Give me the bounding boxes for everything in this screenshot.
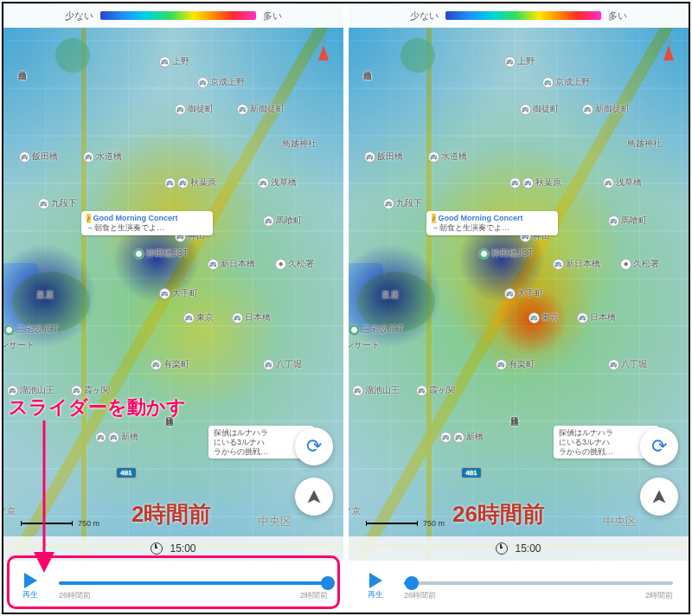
poi-label: ノ京: [349, 505, 361, 517]
legend-less-label: 少ない: [65, 10, 93, 22]
refresh-button[interactable]: ⟳: [295, 427, 333, 465]
density-legend: 少ない多い: [349, 3, 689, 28]
poi-station[interactable]: 🚌有楽町: [151, 358, 189, 370]
poi-station[interactable]: 🚌九段下: [383, 197, 422, 209]
poi-station[interactable]: 🚌🚌新橋: [95, 431, 138, 443]
poi-station[interactable]: 🚌八丁堀: [608, 358, 647, 370]
slider-tick-end: 2時間前: [645, 590, 673, 601]
time-indicator: 15:00: [349, 536, 689, 561]
poi-label: 日比谷通り: [508, 410, 520, 420]
poi-station-tokyo[interactable]: 🚌東京: [529, 311, 559, 324]
poi-label: ◆久松署: [275, 258, 314, 270]
map-scale: 750 m: [366, 519, 445, 528]
slider-knob[interactable]: [321, 576, 335, 590]
poi-station[interactable]: 🚌有楽町: [496, 358, 535, 370]
poi-station[interactable]: 🚌新日本橋: [208, 258, 255, 270]
poi-station[interactable]: 🚌🚌秋葉原: [509, 176, 561, 189]
poi-label: 皇居: [36, 289, 54, 301]
play-label: 再生: [22, 589, 38, 600]
slider-tick-end: 2時間前: [300, 590, 328, 601]
poi-station[interactable]: 🚌馬喰町: [263, 215, 302, 227]
annotation-slider-hint: スライダーを動かす: [9, 395, 186, 420]
slider-tick-start: 26時間前: [404, 590, 436, 601]
poi-label: 白山通り: [16, 64, 28, 74]
slider-knob[interactable]: [405, 576, 419, 590]
ward-label: 中央区: [603, 514, 637, 529]
poi-station-ueno[interactable]: 🚌上野: [159, 55, 189, 67]
route-shield: 481: [461, 467, 482, 478]
poi-station[interactable]: 🚌大手町: [159, 287, 198, 299]
poi-station[interactable]: 🚌九段下: [38, 197, 77, 209]
poi-station[interactable]: 🚌飯田橋: [19, 151, 58, 163]
poi-label: ノ京: [3, 505, 16, 517]
annotation-time-right: 26時間前: [452, 499, 545, 529]
poi-junction: ⬣三宅坂JCT: [349, 324, 403, 336]
play-button[interactable]: [24, 573, 37, 588]
poi-station[interactable]: 🚌🚌新橋: [440, 431, 484, 443]
slider-tick-start: 26時間前: [59, 590, 91, 601]
compass-icon[interactable]: N: [657, 36, 680, 66]
poi-station[interactable]: 🚌水道橋: [83, 151, 122, 163]
poi-station[interactable]: 🚌馬喰町: [608, 215, 647, 227]
poi-label: 鳥越神社: [282, 138, 317, 150]
clock-icon: [151, 542, 163, 555]
poi-station[interactable]: 🚌日本橋: [232, 311, 271, 324]
locate-button[interactable]: [295, 478, 333, 516]
poi-junction: ⬣三宅坂JCT: [3, 324, 58, 336]
density-legend: 少ない 多い: [3, 3, 343, 28]
event-card[interactable]: ♪ Good Morning Concert ～朝食と生演奏でよ…: [81, 211, 213, 235]
poi-station[interactable]: 🚌日本橋: [577, 311, 616, 324]
poi-station[interactable]: 🚌京成上野: [197, 76, 245, 88]
poi-station[interactable]: 🚌飯田橋: [364, 151, 403, 163]
poi-station[interactable]: 🚌霞ヶ関: [416, 384, 455, 396]
time-slider[interactable]: [59, 581, 328, 585]
legend-gradient: [100, 11, 256, 20]
time-slider[interactable]: [404, 581, 673, 585]
poi-station[interactable]: 🚌浅草橋: [258, 176, 297, 189]
ward-label: 中央区: [258, 514, 292, 529]
poi-junction: ⬣神田橋JCT: [478, 247, 533, 260]
poi-junction: ⬣神田橋JCT: [133, 247, 188, 260]
poi-station[interactable]: 🚌京成上野: [542, 76, 590, 88]
poi-label: 鳥越神社: [627, 138, 662, 150]
event-card[interactable]: ♪ Good Morning Concert ～朝食と生演奏でよ…: [426, 211, 558, 235]
poi-station[interactable]: 🚌御徒町: [175, 103, 214, 115]
poi-station[interactable]: 🚌浅草橋: [603, 176, 642, 189]
route-shield: 481: [116, 467, 137, 478]
legend-more-label: 多い: [263, 10, 282, 22]
annotation-time-left: 2時間前: [131, 499, 211, 529]
play-button[interactable]: [369, 573, 382, 588]
poi-station[interactable]: 🚌御徒町: [520, 103, 559, 115]
poi-station[interactable]: 🚌八丁堀: [263, 358, 302, 370]
poi-station[interactable]: 🚌大手町: [504, 287, 543, 299]
refresh-button[interactable]: ⟳: [640, 427, 678, 465]
play-label: 再生: [368, 589, 383, 600]
poi-station-ueno[interactable]: 🚌上野: [504, 55, 535, 67]
poi-station[interactable]: 🚌新御徒町: [582, 103, 630, 115]
poi-label: ◆久松署: [620, 258, 659, 270]
poi-label: 白山通り: [361, 64, 373, 74]
poi-station[interactable]: 🚌新御徒町: [237, 103, 285, 115]
poi-label: ンサート: [349, 339, 380, 351]
playback-panel: 再生 26時間前 2時間前: [349, 561, 689, 613]
poi-label: ンサート: [3, 339, 35, 351]
poi-station[interactable]: 🚌新日本橋: [553, 258, 600, 270]
poi-station[interactable]: 🚌🚌秋葉原: [164, 176, 216, 189]
poi-label: 皇居: [381, 289, 399, 301]
poi-station[interactable]: 🚌水道橋: [428, 151, 467, 163]
poi-station[interactable]: 🚌溜池山王: [352, 384, 400, 396]
screenshot-right: 少ない多い N 白山通り 🚌上野 🚌京成上野 🚌御徒町 🚌新御徒町 🚌飯田橋 🚌…: [349, 3, 689, 613]
locate-button[interactable]: [640, 478, 678, 516]
poi-station-tokyo[interactable]: 🚌東京: [183, 311, 214, 324]
screenshot-left: 少ない 多い N 白山通り 🚌上野 🚌京成上野 🚌御徒町 🚌新御徒町 🚌飯田橋 …: [3, 3, 343, 613]
compass-icon[interactable]: N: [312, 36, 335, 66]
clock-icon: [496, 542, 508, 555]
